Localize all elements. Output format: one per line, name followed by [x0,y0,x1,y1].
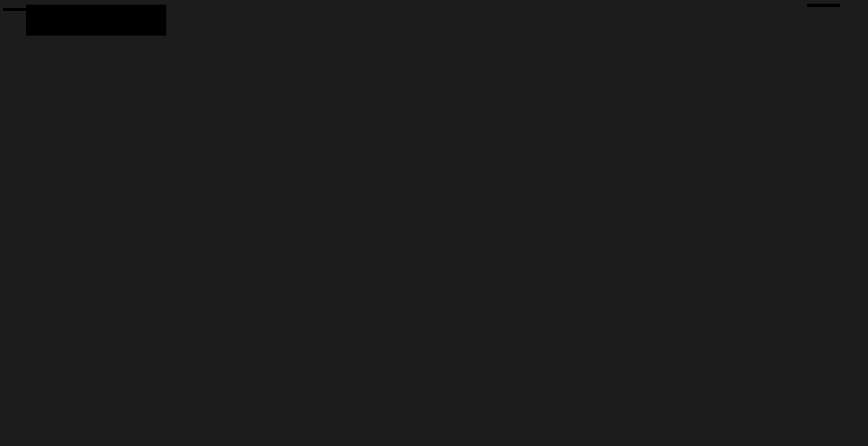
chart-window [0,0,868,446]
chart-title [26,5,166,36]
swing-pivots-panel [807,4,840,7]
chart-canvas[interactable] [0,0,868,446]
bench-marks-panel [3,8,35,11]
